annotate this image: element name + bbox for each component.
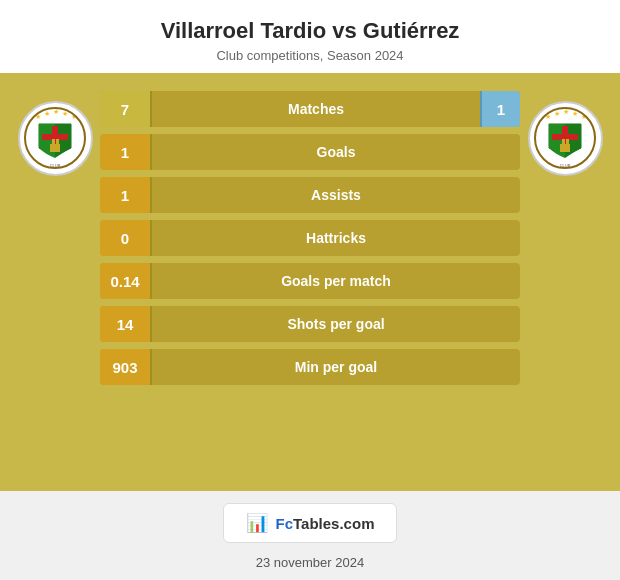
stat-left-value: 1	[100, 134, 152, 170]
svg-text:CLUB: CLUB	[559, 163, 570, 168]
stat-right-value: 1	[480, 91, 520, 127]
stat-label: Hattricks	[152, 230, 520, 246]
stat-label: Matches	[152, 101, 480, 117]
stat-label: Goals	[152, 144, 520, 160]
svg-rect-10	[56, 139, 59, 144]
svg-rect-23	[566, 139, 569, 144]
right-logo-circle: ★ ★ ★ ★ ★ CLUB	[528, 101, 603, 176]
stat-row: 14Shots per goal	[100, 306, 520, 342]
fctables-brand: FcTables.com	[276, 515, 375, 532]
fctables-icon: 📊	[246, 512, 268, 534]
main-content: ★ ★ ★ ★ ★ CLUB	[0, 73, 620, 491]
stat-row: 0.14Goals per match	[100, 263, 520, 299]
stat-left-value: 903	[100, 349, 152, 385]
stats-column: 7Matches11Goals1Assists0Hattricks0.14Goa…	[100, 91, 520, 385]
footer-logo-section: 📊 FcTables.com	[0, 491, 620, 549]
right-team-logo: ★ ★ ★ ★ ★ CLUB	[520, 91, 610, 176]
svg-rect-22	[562, 139, 565, 144]
stat-row: 0Hattricks	[100, 220, 520, 256]
svg-rect-21	[560, 144, 570, 152]
right-team-emblem: ★ ★ ★ ★ ★ CLUB	[533, 106, 598, 171]
stat-left-value: 1	[100, 177, 152, 213]
stat-label: Min per goal	[152, 359, 520, 375]
stat-label: Goals per match	[152, 273, 520, 289]
stat-row: 1Assists	[100, 177, 520, 213]
stat-label: Shots per goal	[152, 316, 520, 332]
svg-rect-9	[52, 139, 55, 144]
stat-row: 1Goals	[100, 134, 520, 170]
svg-rect-8	[50, 144, 60, 152]
left-team-logo: ★ ★ ★ ★ ★ CLUB	[10, 91, 100, 176]
stat-row: 903Min per goal	[100, 349, 520, 385]
stat-left-value: 0.14	[100, 263, 152, 299]
stat-label: Assists	[152, 187, 520, 203]
stat-left-value: 14	[100, 306, 152, 342]
stat-left-value: 0	[100, 220, 152, 256]
page-subtitle: Club competitions, Season 2024	[20, 48, 600, 63]
svg-text:CLUB: CLUB	[49, 163, 60, 168]
stat-left-value: 7	[100, 91, 152, 127]
svg-text:★: ★	[44, 110, 50, 117]
svg-text:★: ★	[554, 110, 560, 117]
stat-row: 7Matches1	[100, 91, 520, 127]
date-footer: 23 november 2024	[0, 549, 620, 580]
left-team-emblem: ★ ★ ★ ★ ★ CLUB	[23, 106, 88, 171]
page-title: Villarroel Tardio vs Gutiérrez	[20, 18, 600, 44]
header: Villarroel Tardio vs Gutiérrez Club comp…	[0, 0, 620, 73]
left-logo-circle: ★ ★ ★ ★ ★ CLUB	[18, 101, 93, 176]
date-text: 23 november 2024	[256, 555, 364, 570]
fctables-badge: 📊 FcTables.com	[223, 503, 398, 543]
